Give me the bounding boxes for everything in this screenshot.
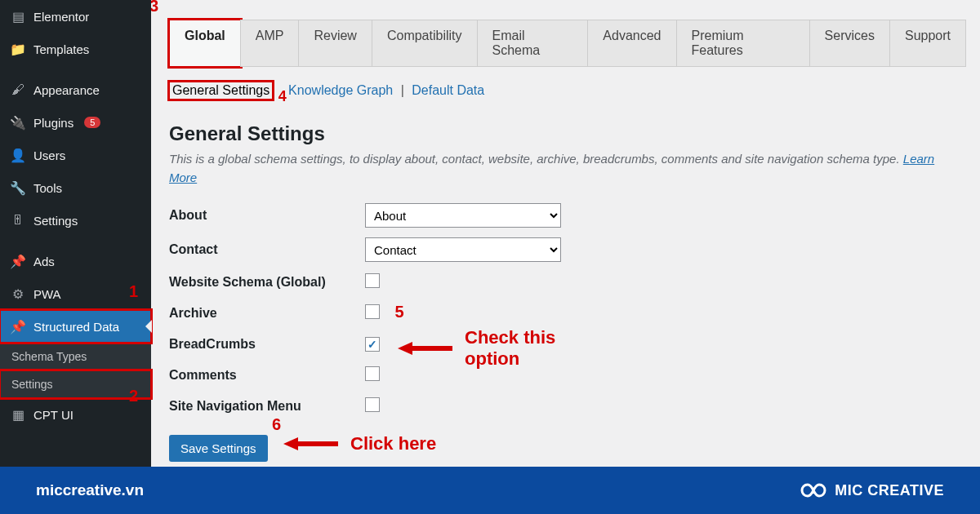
settings-form: About About Contact Contact Website Sche… xyxy=(169,198,561,422)
section-description: This is a global schema settings, to dis… xyxy=(169,150,965,187)
update-count-badge: 5 xyxy=(84,117,100,128)
save-settings-button[interactable]: Save Settings xyxy=(169,435,268,462)
subtab-general-settings[interactable]: General Settings xyxy=(169,82,273,100)
user-icon: 👤 xyxy=(10,147,26,163)
sidebar-item-appearance[interactable]: 🖌 Appearance xyxy=(0,73,151,106)
wrench-icon: 🔧 xyxy=(10,179,26,196)
annotation-number-4: 4 xyxy=(278,88,287,104)
brand-footer: miccreative.vn MIC CREATIVE xyxy=(0,467,980,514)
pushpin-icon: 📌 xyxy=(10,253,26,269)
subtab-default-data[interactable]: Default Data xyxy=(412,83,484,97)
sidebar-item-ads[interactable]: 📌 Ads xyxy=(0,245,151,277)
sidebar-item-label: Elementor xyxy=(33,10,89,24)
tab-compatibility[interactable]: Compatibility xyxy=(372,20,478,67)
sidebar-item-structured-data[interactable]: 📌 Structured Data xyxy=(0,310,151,343)
footer-brand-text: MIC CREATIVE xyxy=(835,482,944,499)
folder-icon: 📁 xyxy=(10,41,26,57)
label-comments: Comments xyxy=(169,360,365,391)
sidebar-item-label: Appearance xyxy=(33,83,100,97)
label-breadcrumbs: BreadCrumbs xyxy=(169,329,365,360)
annotation-click-here: Click here xyxy=(283,433,436,454)
tab-global[interactable]: Global xyxy=(169,20,241,67)
tab-advanced[interactable]: Advanced xyxy=(587,20,676,67)
sidebar-item-label: Ads xyxy=(33,255,55,268)
sidebar-sub-schema-types[interactable]: Schema Types xyxy=(0,343,151,370)
arrow-left-icon xyxy=(398,342,412,355)
checkbox-website-schema[interactable] xyxy=(365,273,380,288)
sidebar-item-templates[interactable]: 📁 Templates xyxy=(0,33,151,65)
sidebar-item-tools[interactable]: 🔧 Tools xyxy=(0,171,151,204)
annotation-number-5: 5 xyxy=(394,303,403,321)
sidebar-item-label: Tools xyxy=(33,181,62,195)
sidebar-item-label: Structured Data xyxy=(33,320,119,334)
annotation-number-2: 2 xyxy=(129,387,138,405)
tab-review[interactable]: Review xyxy=(298,20,372,67)
tab-email-schema[interactable]: Email Schema xyxy=(477,20,589,67)
sidebar-item-plugins[interactable]: 🔌 Plugins 5 xyxy=(0,106,151,139)
select-contact[interactable]: Contact xyxy=(365,237,561,262)
sidebar-item-label: CPT UI xyxy=(33,408,74,422)
tab-support[interactable]: Support xyxy=(889,20,966,67)
pushpin-icon: 📌 xyxy=(10,318,26,335)
sidebar-item-pwa[interactable]: ⚙ PWA 1 xyxy=(0,277,151,310)
annotation-number-3: 3 xyxy=(151,0,158,16)
annotation-number-6: 6 xyxy=(272,415,281,434)
checkbox-site-nav[interactable] xyxy=(365,397,380,412)
label-contact: Contact xyxy=(169,233,365,267)
tab-amp[interactable]: AMP xyxy=(240,20,300,67)
sidebar-item-settings[interactable]: 🎚 Settings xyxy=(0,204,151,237)
footer-logo: MIC CREATIVE xyxy=(794,481,944,500)
sidebar-item-label: Plugins xyxy=(33,116,74,130)
main-content: 3 Global AMP Review Compatibility Email … xyxy=(151,0,980,467)
separator: | xyxy=(401,83,404,97)
plug-icon: 🔌 xyxy=(10,114,26,131)
infinity-icon xyxy=(794,481,826,500)
sidebar-item-label: Templates xyxy=(33,42,89,56)
sidebar-item-cpt-ui[interactable]: ▦ CPT UI 2 xyxy=(0,398,151,431)
sidebar-item-label: Settings xyxy=(33,214,78,228)
checkbox-archive[interactable] xyxy=(365,304,380,319)
sidebar-item-label: Users xyxy=(33,148,65,162)
sub-tabs: General Settings 4 Knowledge Graph | Def… xyxy=(169,82,965,100)
tab-services[interactable]: Services xyxy=(809,20,890,67)
gear-icon: ⚙ xyxy=(10,286,26,302)
footer-site: miccreative.vn xyxy=(36,481,144,499)
label-archive: Archive xyxy=(169,298,365,329)
grid-icon: ▦ xyxy=(10,406,26,423)
elementor-icon: ▤ xyxy=(10,8,26,24)
annotation-check-this: Check this option xyxy=(398,327,561,370)
admin-sidebar: ▤ Elementor 📁 Templates 🖌 Appearance 🔌 P… xyxy=(0,0,151,467)
subtab-knowledge-graph[interactable]: Knowledge Graph xyxy=(288,83,393,97)
sidebar-item-label: PWA xyxy=(33,287,61,301)
annotation-text: Click here xyxy=(350,433,436,454)
sidebar-item-users[interactable]: 👤 Users xyxy=(0,139,151,171)
annotation-number-1: 1 xyxy=(129,282,138,301)
tab-premium-features[interactable]: Premium Features xyxy=(676,20,810,67)
primary-tabs: Global AMP Review Compatibility Email Sc… xyxy=(169,20,965,67)
annotation-text: Check this option xyxy=(465,327,561,370)
label-about: About xyxy=(169,198,365,233)
checkbox-comments[interactable] xyxy=(365,366,380,381)
select-about[interactable]: About xyxy=(365,203,561,228)
sliders-icon: 🎚 xyxy=(10,212,26,228)
brush-icon: 🖌 xyxy=(10,82,26,98)
arrow-left-icon xyxy=(283,437,298,450)
label-site-nav: Site Navigation Menu xyxy=(169,391,365,422)
description-text: This is a global schema settings, to dis… xyxy=(169,152,903,166)
sidebar-item-elementor[interactable]: ▤ Elementor xyxy=(0,0,151,33)
label-website-schema: Website Schema (Global) xyxy=(169,267,365,298)
section-title: General Settings xyxy=(169,122,965,145)
checkbox-breadcrumbs[interactable] xyxy=(365,337,380,352)
